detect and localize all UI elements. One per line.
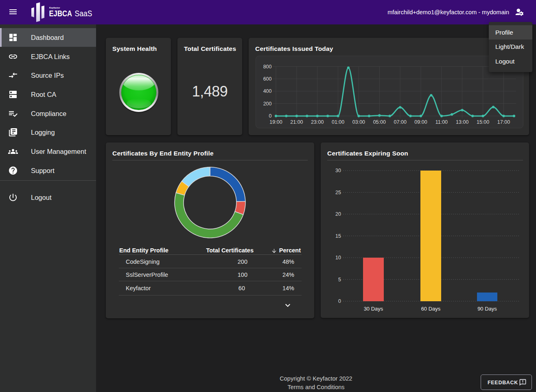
svg-text:05:00: 05:00: [373, 119, 386, 125]
svg-text:15:00: 15:00: [477, 119, 489, 125]
svg-text:09:00: 09:00: [414, 119, 427, 125]
svg-text:21:00: 21:00: [290, 119, 303, 125]
svg-text:60 Days: 60 Days: [421, 306, 441, 312]
svg-text:15: 15: [335, 233, 341, 239]
svg-text:19:00: 19:00: [269, 119, 282, 125]
svg-text:07:00: 07:00: [394, 119, 407, 125]
svg-text:5: 5: [338, 277, 341, 283]
svg-text:400: 400: [263, 88, 272, 94]
svg-text:0: 0: [338, 298, 341, 304]
svg-text:11:00: 11:00: [435, 119, 448, 125]
svg-text:01:00: 01:00: [332, 119, 344, 125]
svg-text:30 Days: 30 Days: [364, 306, 383, 312]
svg-text:90 Days: 90 Days: [477, 306, 497, 312]
svg-text:25: 25: [335, 190, 341, 195]
svg-text:23:00: 23:00: [311, 119, 324, 125]
svg-text:800: 800: [263, 64, 272, 70]
svg-text:13:00: 13:00: [456, 119, 468, 125]
svg-text:03:00: 03:00: [352, 119, 365, 125]
svg-text:30: 30: [335, 168, 341, 173]
svg-text:17:00: 17:00: [497, 119, 510, 125]
svg-text:200: 200: [263, 101, 272, 107]
svg-text:EJBCA: EJBCA: [49, 9, 72, 18]
svg-text:0: 0: [269, 113, 272, 119]
svg-text:20: 20: [335, 211, 341, 217]
svg-text:600: 600: [263, 76, 272, 82]
svg-text:10: 10: [335, 255, 341, 261]
svg-text:SaaS: SaaS: [75, 9, 92, 18]
